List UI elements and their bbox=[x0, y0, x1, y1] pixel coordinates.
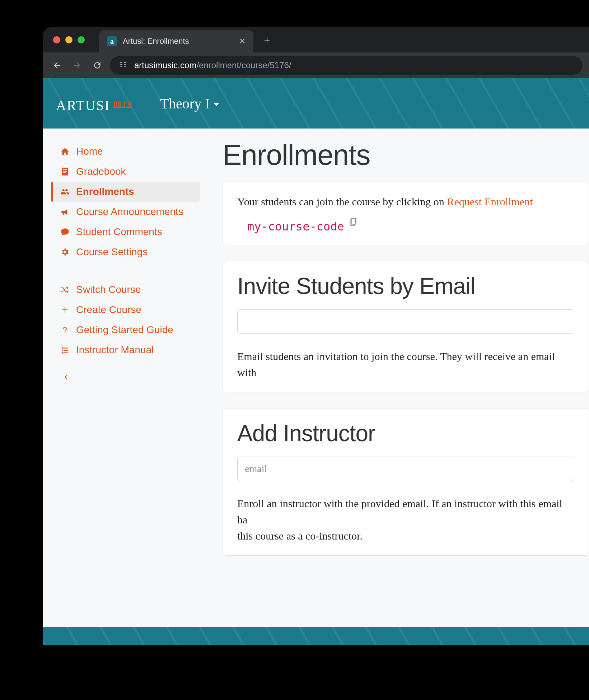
clipboard-icon bbox=[349, 217, 358, 227]
window-controls bbox=[53, 36, 85, 43]
new-tab-button[interactable]: ＋ bbox=[262, 33, 272, 47]
tab-close-button[interactable]: ✕ bbox=[239, 37, 246, 46]
sidebar-item-gradebook[interactable]: Gradebook bbox=[51, 162, 200, 182]
arrow-left-icon bbox=[52, 61, 62, 70]
window-minimize-button[interactable] bbox=[65, 36, 73, 43]
invite-description: Email students an invitation to join the… bbox=[237, 348, 574, 381]
question-icon bbox=[60, 325, 70, 335]
sidebar-collapse-button[interactable] bbox=[51, 369, 200, 385]
comment-icon bbox=[60, 227, 70, 237]
instructor-description: Enroll an instructor with the provided e… bbox=[237, 495, 574, 544]
page-body: Home Gradebook Enrollments bbox=[43, 129, 589, 627]
sidebar-item-switch-course[interactable]: Switch Course bbox=[51, 280, 200, 300]
reload-icon bbox=[93, 61, 102, 70]
add-instructor-title: Add Instructor bbox=[237, 420, 574, 447]
course-dropdown[interactable]: Theory I bbox=[160, 95, 219, 112]
sidebar-item-create-course[interactable]: Create Course bbox=[51, 300, 200, 320]
sidebar-separator bbox=[61, 271, 190, 271]
sidebar-item-home[interactable]: Home bbox=[51, 141, 200, 162]
enrollment-code-card: Your students can join the course by cli… bbox=[223, 182, 589, 245]
app-header: artusi ıııllıı Theory I bbox=[43, 78, 589, 129]
copy-button[interactable] bbox=[349, 217, 358, 229]
users-icon bbox=[60, 187, 70, 196]
home-icon bbox=[60, 147, 70, 156]
address-bar: artusimusic.com/enrollment/course/5176/ bbox=[43, 52, 589, 78]
browser-window: a Artusi: Enrollments ✕ ＋ artus bbox=[43, 27, 589, 645]
sidebar-item-comments[interactable]: Student Comments bbox=[51, 222, 200, 242]
chevron-left-icon bbox=[60, 372, 71, 382]
browser-tab[interactable]: a Artusi: Enrollments ✕ bbox=[99, 30, 253, 52]
tab-strip: a Artusi: Enrollments ✕ ＋ bbox=[43, 27, 589, 52]
brand-wave-icon: ıııllıı bbox=[113, 96, 131, 111]
url-field[interactable]: artusimusic.com/enrollment/course/5176/ bbox=[110, 56, 583, 75]
sidebar-item-label: Enrollments bbox=[76, 186, 134, 197]
course-name: Theory I bbox=[160, 95, 210, 112]
nav-reload-button[interactable] bbox=[90, 58, 105, 73]
course-code: my-course-code bbox=[247, 220, 344, 233]
sidebar-item-enrollments[interactable]: Enrollments bbox=[51, 182, 200, 202]
shuffle-icon bbox=[60, 285, 70, 294]
site-controls-icon[interactable] bbox=[118, 60, 128, 71]
sidebar-item-instructor-manual[interactable]: Instructor Manual bbox=[51, 340, 200, 360]
enrollment-instructions: Your students can join the course by cli… bbox=[237, 193, 574, 210]
sidebar-item-label: Instructor Manual bbox=[76, 344, 154, 356]
sidebar-item-label: Student Comments bbox=[76, 226, 162, 238]
arrow-right-icon bbox=[73, 61, 82, 70]
url-text: artusimusic.com/enrollment/course/5176/ bbox=[134, 60, 291, 70]
nav-forward-button bbox=[70, 58, 85, 73]
sidebar-item-label: Course Announcements bbox=[76, 206, 183, 218]
invite-title: Invite Students by Email bbox=[237, 273, 574, 299]
list-icon bbox=[60, 345, 70, 355]
sidebar: Home Gradebook Enrollments bbox=[43, 129, 208, 627]
window-fullscreen-button[interactable] bbox=[78, 36, 85, 43]
sidebar-item-label: Getting Started Guide bbox=[76, 324, 173, 336]
invite-students-card: Invite Students by Email Email students … bbox=[223, 261, 589, 392]
brand-logo[interactable]: artusi ıııllıı bbox=[56, 92, 131, 115]
sidebar-item-label: Course Settings bbox=[76, 246, 148, 258]
nav-back-button[interactable] bbox=[50, 58, 65, 73]
book-icon bbox=[60, 167, 70, 176]
main-content: Enrollments Your students can join the c… bbox=[208, 129, 589, 627]
tab-favicon-icon: a bbox=[107, 36, 117, 46]
chevron-down-icon bbox=[214, 103, 219, 106]
sidebar-item-label: Gradebook bbox=[76, 166, 126, 177]
bullhorn-icon bbox=[60, 207, 70, 216]
sidebar-item-settings[interactable]: Course Settings bbox=[51, 242, 200, 262]
add-instructor-card: Add Instructor Enroll an instructor with… bbox=[223, 408, 589, 556]
sidebar-item-label: Home bbox=[76, 146, 103, 157]
brand-name: artusi bbox=[56, 92, 110, 115]
window-close-button[interactable] bbox=[53, 36, 60, 43]
app-footer bbox=[43, 627, 589, 645]
sidebar-item-announcements[interactable]: Course Announcements bbox=[51, 202, 200, 222]
sidebar-item-label: Create Course bbox=[76, 304, 141, 316]
sidebar-item-getting-started[interactable]: Getting Started Guide bbox=[51, 320, 200, 340]
page-title: Enrollments bbox=[223, 139, 589, 172]
gear-icon bbox=[60, 247, 70, 257]
plus-icon bbox=[60, 305, 70, 314]
instructor-email-input[interactable] bbox=[237, 457, 574, 481]
tab-title: Artusi: Enrollments bbox=[123, 37, 233, 46]
request-enrollment-link[interactable]: Request Enrollment bbox=[447, 196, 533, 207]
sidebar-item-label: Switch Course bbox=[76, 284, 141, 295]
invite-email-input[interactable] bbox=[237, 309, 574, 334]
